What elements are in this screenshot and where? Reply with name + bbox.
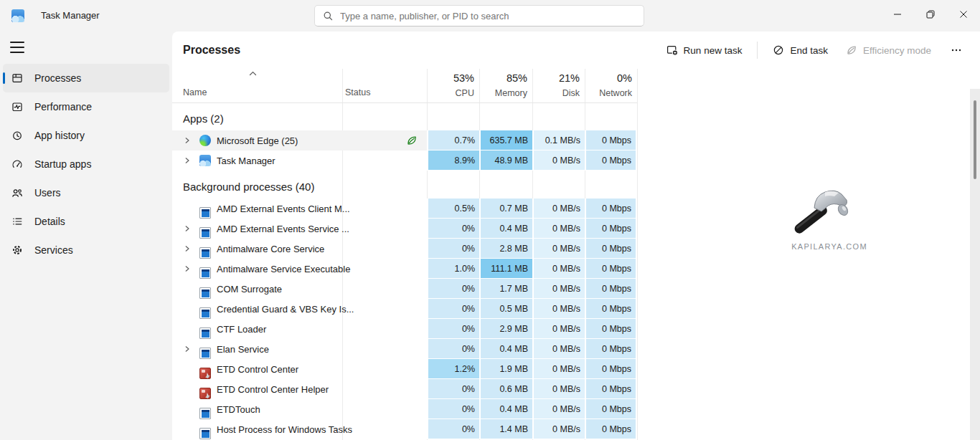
memory-value: 0.4 MB: [479, 219, 532, 239]
cpu-value: 1.2%: [427, 359, 479, 379]
run-new-task-button[interactable]: Run new task: [664, 41, 745, 59]
sidebar-item-processes[interactable]: Processes: [3, 64, 169, 92]
scrollbar-thumb[interactable]: [974, 100, 976, 179]
watermark-text: KAPILARYA.COM: [784, 242, 875, 251]
more-options-button[interactable]: [946, 41, 966, 59]
process-name: CTF Loader: [217, 324, 266, 335]
window-controls: [881, 0, 980, 29]
heat-cells: 0% 1.7 MB 0 MB/s 0 Mbps: [427, 279, 637, 299]
process-row[interactable]: ETD Control Center Helper 0% 0.6 MB 0 MB…: [172, 379, 637, 399]
sort-ascending-icon: [249, 71, 257, 76]
disk-value: 0 MB/s: [532, 399, 585, 419]
process-icon: [199, 247, 211, 259]
process-row[interactable]: Elan Service 0% 0.4 MB 0 MB/s 0 Mbps: [172, 339, 637, 359]
cpu-value: 0%: [427, 219, 479, 239]
close-button[interactable]: [947, 0, 980, 29]
memory-value: 0.5 MB: [479, 299, 532, 319]
heat-cells: 0% 2.9 MB 0 MB/s 0 Mbps: [427, 319, 637, 339]
end-task-button[interactable]: End task: [770, 41, 831, 59]
run-new-task-icon: [666, 44, 678, 56]
network-value: 0 Mbps: [585, 150, 637, 171]
network-value: 0 Mbps: [585, 299, 637, 319]
disk-value: 0 MB/s: [532, 299, 585, 319]
heat-cells: 0.5% 0.7 MB 0 MB/s 0 Mbps: [427, 199, 637, 219]
sidebar-item-performance[interactable]: Performance: [3, 92, 169, 121]
sidebar-item-app-history[interactable]: App history: [3, 121, 169, 150]
expand-chevron-icon[interactable]: [184, 345, 191, 353]
run-new-task-label: Run new task: [684, 45, 743, 56]
cpu-value: 0.7%: [427, 130, 479, 150]
minimize-button[interactable]: [881, 0, 914, 29]
section-header[interactable]: Apps (2): [172, 103, 637, 130]
watermark: KAPILARYA.COM: [784, 186, 875, 251]
process-row[interactable]: Task Manager 8.9% 48.9 MB 0 MB/s 0 Mbps: [172, 150, 637, 171]
heat-cells: 8.9% 48.9 MB 0 MB/s 0 Mbps: [427, 150, 637, 171]
column-header-network[interactable]: 0% Network: [585, 69, 637, 103]
process-row[interactable]: Antimalware Core Service 0% 2.8 MB 0 MB/…: [172, 239, 637, 259]
process-row[interactable]: Credential Guard & VBS Key Is... 0% 0.5 …: [172, 299, 637, 319]
expand-chevron-icon[interactable]: [184, 137, 191, 144]
disk-value: 0 MB/s: [532, 419, 585, 439]
process-icon: [199, 287, 211, 299]
column-header-name[interactable]: Name: [183, 87, 207, 97]
cpu-value: 1.0%: [427, 259, 479, 279]
expand-chevron-icon[interactable]: [184, 225, 191, 232]
process-row[interactable]: Antimalware Service Executable 1.0% 111.…: [172, 259, 637, 279]
efficiency-mode-label: Efficiency mode: [863, 45, 931, 56]
column-header-cpu[interactable]: 53% CPU: [427, 69, 479, 103]
hammer-icon: [784, 186, 853, 241]
process-row[interactable]: Microsoft Edge (25) 0.7% 635.7 MB 0.1 MB…: [172, 130, 637, 150]
network-value: 0 Mbps: [585, 379, 637, 399]
users-icon: [11, 187, 23, 199]
process-row[interactable]: ETDTouch 0% 0.4 MB 0 MB/s 0 Mbps: [172, 399, 637, 419]
process-row[interactable]: CTF Loader 0% 2.9 MB 0 MB/s 0 Mbps: [172, 319, 637, 339]
process-row[interactable]: ETD Control Center 1.2% 1.9 MB 0 MB/s 0 …: [172, 359, 637, 379]
sidebar-item-users[interactable]: Users: [3, 178, 169, 207]
column-header-status[interactable]: Status: [345, 87, 370, 97]
network-value: 0 Mbps: [585, 219, 637, 239]
disk-value: 0 MB/s: [532, 219, 585, 239]
window-title: Task Manager: [41, 0, 100, 32]
sidebar: Processes Performance App history: [0, 32, 172, 440]
sidebar-item-label: Startup apps: [34, 158, 91, 170]
expand-chevron-icon[interactable]: [184, 245, 191, 252]
sidebar-item-services[interactable]: Services: [3, 236, 169, 264]
efficiency-mode-button[interactable]: Efficiency mode: [843, 41, 934, 59]
process-name: Elan Service: [217, 344, 269, 355]
search-box[interactable]: [314, 5, 644, 27]
navigation-menu-button[interactable]: [10, 42, 24, 53]
memory-value: 0.4 MB: [479, 339, 532, 359]
sidebar-item-details[interactable]: Details: [3, 207, 169, 236]
toolbar-divider: [757, 42, 758, 59]
heat-cells: 0% 0.4 MB 0 MB/s 0 Mbps: [427, 219, 637, 239]
network-value: 0 Mbps: [585, 279, 637, 299]
vertical-scrollbar[interactable]: [970, 89, 980, 440]
cpu-value: 0%: [427, 379, 479, 399]
process-icon: [199, 267, 211, 279]
cpu-value: 0%: [427, 399, 479, 419]
processes-icon: [11, 72, 23, 84]
column-header-memory[interactable]: 85% Memory: [479, 69, 532, 103]
process-name: Host Process for Windows Tasks: [217, 424, 352, 435]
process-row[interactable]: AMD External Events Client M... 0.5% 0.7…: [172, 199, 637, 219]
network-value: 0 Mbps: [585, 319, 637, 339]
sidebar-item-startup-apps[interactable]: Startup apps: [3, 150, 169, 178]
toolbar: Run new task End task Efficiency mode: [664, 32, 966, 69]
process-row[interactable]: Host Process for Windows Tasks 0% 1.4 MB…: [172, 419, 637, 439]
search-input[interactable]: [340, 11, 636, 21]
process-row[interactable]: COM Surrogate 0% 1.7 MB 0 MB/s 0 Mbps: [172, 279, 637, 299]
cpu-value: 0%: [427, 239, 479, 259]
cpu-value: 0%: [427, 279, 479, 299]
process-row[interactable]: AMD External Events Service ... 0% 0.4 M…: [172, 219, 637, 239]
expand-chevron-icon[interactable]: [184, 157, 191, 164]
column-header-disk[interactable]: 21% Disk: [532, 69, 585, 103]
network-value: 0 Mbps: [585, 239, 637, 259]
details-icon: [11, 216, 23, 227]
restore-button[interactable]: [914, 0, 947, 29]
expand-chevron-icon[interactable]: [184, 265, 191, 272]
section-header[interactable]: Background processes (40): [172, 171, 637, 199]
process-icon: [199, 135, 211, 146]
cpu-total: 53%: [453, 72, 474, 84]
app-history-icon: [11, 130, 23, 141]
process-icon: [199, 388, 211, 399]
